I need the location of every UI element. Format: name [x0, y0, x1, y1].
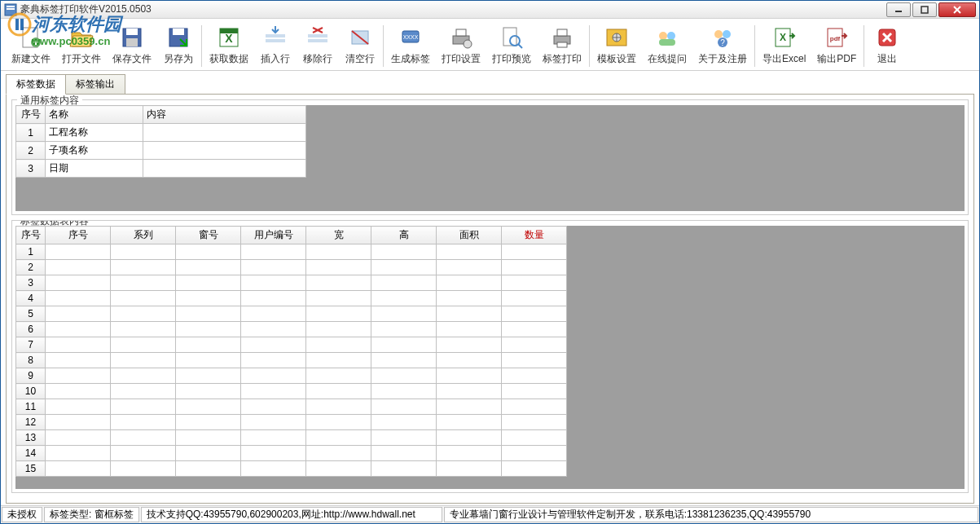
cell[interactable] — [306, 275, 371, 291]
table-row[interactable]: 8 — [16, 353, 567, 368]
cell[interactable] — [176, 275, 241, 291]
cell[interactable] — [371, 353, 437, 368]
cell-name[interactable]: 日期 — [46, 160, 143, 178]
cell[interactable] — [437, 368, 502, 384]
cell[interactable] — [176, 446, 241, 461]
cell[interactable] — [111, 337, 176, 353]
cell[interactable] — [176, 461, 241, 477]
cell[interactable] — [46, 415, 111, 430]
cell[interactable] — [502, 337, 567, 353]
cell[interactable] — [46, 399, 111, 415]
cell[interactable] — [111, 244, 176, 260]
cell[interactable] — [437, 399, 502, 415]
cell[interactable] — [111, 291, 176, 306]
cell[interactable] — [176, 353, 241, 368]
cell[interactable] — [437, 415, 502, 430]
cell[interactable] — [46, 275, 111, 291]
table-row[interactable]: 10 — [16, 384, 567, 399]
cell[interactable] — [241, 430, 306, 446]
cell[interactable] — [241, 337, 306, 353]
maximize-button[interactable] — [912, 2, 937, 17]
table-row[interactable]: 7 — [16, 337, 567, 353]
col-header[interactable]: 窗号 — [176, 227, 241, 244]
cell[interactable] — [371, 337, 437, 353]
table-row[interactable]: 11 — [16, 399, 567, 415]
table-row[interactable]: 3日期 — [16, 160, 306, 178]
cell[interactable] — [437, 322, 502, 337]
table-row[interactable]: 3 — [16, 275, 567, 291]
table-row[interactable]: 2子项名称 — [16, 142, 306, 160]
cell[interactable] — [176, 260, 241, 275]
cell-name[interactable]: 工程名称 — [46, 124, 143, 142]
cell[interactable] — [176, 322, 241, 337]
cell[interactable] — [306, 353, 371, 368]
cell[interactable] — [306, 260, 371, 275]
cell[interactable] — [111, 353, 176, 368]
cell[interactable] — [241, 399, 306, 415]
cell[interactable] — [502, 353, 567, 368]
clear-button[interactable]: 清空行 — [339, 22, 381, 70]
cell[interactable] — [306, 399, 371, 415]
export-excel-button[interactable]: X导出Excel — [757, 22, 811, 70]
cell[interactable] — [46, 353, 111, 368]
cell[interactable] — [306, 461, 371, 477]
col-header-seq[interactable]: 序号 — [16, 106, 46, 124]
cell[interactable] — [437, 291, 502, 306]
cell[interactable] — [111, 461, 176, 477]
cell[interactable] — [437, 275, 502, 291]
insert-row-button[interactable]: 插入行 — [254, 22, 297, 70]
data-grid[interactable]: 序号序号系列窗号用户编号宽高面积数量 123456789101112131415 — [15, 226, 567, 477]
table-row[interactable]: 1工程名称 — [16, 124, 306, 142]
cell[interactable] — [241, 275, 306, 291]
cell[interactable] — [306, 322, 371, 337]
cell[interactable] — [306, 291, 371, 306]
cell[interactable] — [46, 430, 111, 446]
table-row[interactable]: 5 — [16, 306, 567, 322]
cell[interactable] — [111, 260, 176, 275]
table-row[interactable]: 13 — [16, 430, 567, 446]
cell[interactable] — [437, 461, 502, 477]
col-header[interactable]: 用户编号 — [241, 227, 306, 244]
cell[interactable] — [111, 446, 176, 461]
cell[interactable] — [371, 446, 437, 461]
cell[interactable] — [176, 415, 241, 430]
cell[interactable] — [46, 368, 111, 384]
export-pdf-button[interactable]: pdf输出PDF — [811, 22, 862, 70]
cell[interactable] — [241, 446, 306, 461]
cell[interactable] — [176, 291, 241, 306]
cell[interactable] — [46, 446, 111, 461]
cell[interactable] — [306, 244, 371, 260]
cell[interactable] — [502, 461, 567, 477]
cell[interactable] — [46, 306, 111, 322]
cell[interactable] — [111, 399, 176, 415]
cell[interactable] — [437, 446, 502, 461]
cell[interactable] — [437, 430, 502, 446]
cell[interactable] — [111, 306, 176, 322]
tab-label-data[interactable]: 标签数据 — [6, 74, 66, 95]
cell[interactable] — [111, 384, 176, 399]
cell[interactable] — [241, 322, 306, 337]
cell-content[interactable] — [143, 124, 306, 142]
print-label-button[interactable]: 标签打印 — [537, 22, 587, 70]
cell[interactable] — [371, 384, 437, 399]
cell[interactable] — [502, 399, 567, 415]
get-data-button[interactable]: X获取数据 — [204, 22, 254, 70]
print-preview-button[interactable]: 打印预览 — [486, 22, 537, 70]
cell[interactable] — [371, 275, 437, 291]
cell[interactable] — [46, 461, 111, 477]
cell-content[interactable] — [143, 160, 306, 178]
cell[interactable] — [111, 368, 176, 384]
cell[interactable] — [502, 446, 567, 461]
cell[interactable] — [502, 384, 567, 399]
cell[interactable] — [437, 244, 502, 260]
table-row[interactable]: 2 — [16, 260, 567, 275]
cell[interactable] — [502, 430, 567, 446]
cell[interactable] — [502, 322, 567, 337]
col-header[interactable]: 序号 — [46, 227, 111, 244]
cell[interactable] — [176, 368, 241, 384]
cell[interactable] — [371, 430, 437, 446]
table-row[interactable]: 15 — [16, 461, 567, 477]
col-header[interactable]: 序号 — [16, 227, 46, 244]
col-header-content[interactable]: 内容 — [143, 106, 306, 124]
cell[interactable] — [241, 244, 306, 260]
